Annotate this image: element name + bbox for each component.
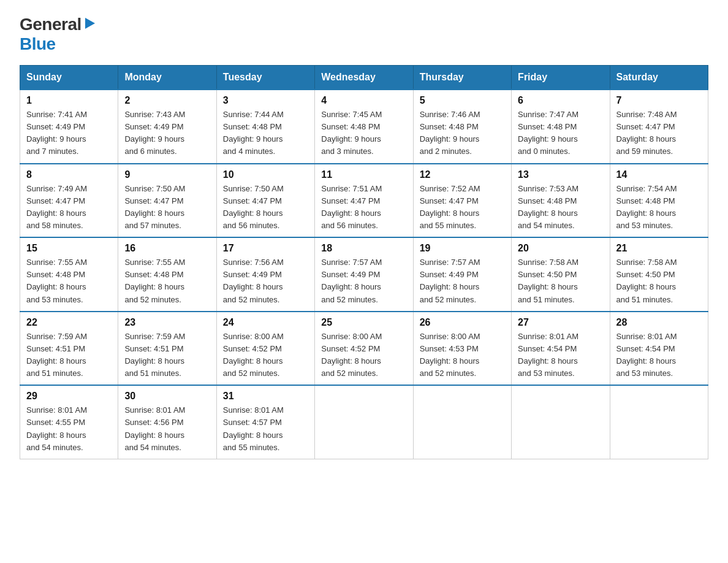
day-info: Sunrise: 7:53 AMSunset: 4:48 PMDaylight:…: [518, 183, 603, 232]
calendar-cell: 19 Sunrise: 7:57 AMSunset: 4:49 PMDaylig…: [413, 237, 511, 312]
calendar-header-sunday: Sunday: [20, 66, 118, 90]
calendar-header-wednesday: Wednesday: [315, 66, 413, 90]
calendar-cell: 29 Sunrise: 8:01 AMSunset: 4:55 PMDaylig…: [20, 385, 118, 459]
day-info: Sunrise: 7:49 AMSunset: 4:47 PMDaylight:…: [26, 183, 112, 232]
day-info: Sunrise: 7:54 AMSunset: 4:48 PMDaylight:…: [616, 183, 702, 232]
calendar-cell: 5 Sunrise: 7:46 AMSunset: 4:48 PMDayligh…: [413, 90, 511, 164]
day-number: 7: [616, 95, 702, 106]
day-info: Sunrise: 7:45 AMSunset: 4:48 PMDaylight:…: [321, 109, 406, 158]
calendar-cell: 1 Sunrise: 7:41 AMSunset: 4:49 PMDayligh…: [20, 90, 118, 164]
day-number: 14: [616, 169, 702, 180]
day-info: Sunrise: 7:50 AMSunset: 4:47 PMDaylight:…: [223, 183, 308, 232]
day-number: 30: [124, 391, 210, 402]
calendar-cell: [413, 385, 511, 459]
day-info: Sunrise: 7:55 AMSunset: 4:48 PMDaylight:…: [124, 256, 210, 306]
day-info: Sunrise: 7:47 AMSunset: 4:48 PMDaylight:…: [518, 109, 603, 158]
day-info: Sunrise: 7:58 AMSunset: 4:50 PMDaylight:…: [616, 256, 702, 306]
day-number: 27: [518, 317, 603, 328]
day-info: Sunrise: 8:01 AMSunset: 4:55 PMDaylight:…: [26, 404, 112, 454]
day-number: 17: [223, 243, 308, 254]
calendar-cell: [512, 385, 610, 459]
calendar-cell: 23 Sunrise: 7:59 AMSunset: 4:51 PMDaylig…: [118, 312, 216, 386]
calendar-cell: 10 Sunrise: 7:50 AMSunset: 4:47 PMDaylig…: [216, 164, 314, 238]
day-info: Sunrise: 8:00 AMSunset: 4:52 PMDaylight:…: [321, 331, 406, 380]
day-info: Sunrise: 7:43 AMSunset: 4:49 PMDaylight:…: [124, 109, 210, 158]
calendar-header-monday: Monday: [118, 66, 216, 90]
logo-triangle-icon: [83, 17, 96, 30]
day-info: Sunrise: 7:56 AMSunset: 4:49 PMDaylight:…: [223, 256, 308, 306]
day-number: 3: [223, 95, 308, 106]
calendar-cell: 11 Sunrise: 7:51 AMSunset: 4:47 PMDaylig…: [315, 164, 413, 238]
calendar-week-row: 22 Sunrise: 7:59 AMSunset: 4:51 PMDaylig…: [20, 312, 708, 386]
day-number: 22: [26, 317, 112, 328]
calendar-cell: 20 Sunrise: 7:58 AMSunset: 4:50 PMDaylig…: [512, 237, 610, 312]
day-info: Sunrise: 8:01 AMSunset: 4:57 PMDaylight:…: [223, 404, 308, 454]
calendar-cell: 27 Sunrise: 8:01 AMSunset: 4:54 PMDaylig…: [512, 312, 610, 386]
calendar-table: SundayMondayTuesdayWednesdayThursdayFrid…: [20, 65, 708, 459]
calendar-cell: 6 Sunrise: 7:47 AMSunset: 4:48 PMDayligh…: [512, 90, 610, 164]
calendar-cell: 15 Sunrise: 7:55 AMSunset: 4:48 PMDaylig…: [20, 237, 118, 312]
calendar-cell: 14 Sunrise: 7:54 AMSunset: 4:48 PMDaylig…: [610, 164, 708, 238]
day-info: Sunrise: 7:58 AMSunset: 4:50 PMDaylight:…: [518, 256, 603, 306]
calendar-cell: 18 Sunrise: 7:57 AMSunset: 4:49 PMDaylig…: [315, 237, 413, 312]
day-info: Sunrise: 7:46 AMSunset: 4:48 PMDaylight:…: [420, 109, 505, 158]
day-info: Sunrise: 8:01 AMSunset: 4:54 PMDaylight:…: [616, 331, 702, 380]
day-info: Sunrise: 7:59 AMSunset: 4:51 PMDaylight:…: [124, 331, 210, 380]
day-number: 18: [321, 243, 406, 254]
calendar-cell: 8 Sunrise: 7:49 AMSunset: 4:47 PMDayligh…: [20, 164, 118, 238]
calendar-cell: 4 Sunrise: 7:45 AMSunset: 4:48 PMDayligh…: [315, 90, 413, 164]
calendar-cell: 3 Sunrise: 7:44 AMSunset: 4:48 PMDayligh…: [216, 90, 314, 164]
calendar-cell: 24 Sunrise: 8:00 AMSunset: 4:52 PMDaylig…: [216, 312, 314, 386]
logo-general-text: General: [20, 15, 82, 34]
calendar-header-thursday: Thursday: [413, 66, 511, 90]
day-number: 10: [223, 169, 308, 180]
calendar-cell: 25 Sunrise: 8:00 AMSunset: 4:52 PMDaylig…: [315, 312, 413, 386]
day-number: 4: [321, 95, 406, 106]
day-number: 1: [26, 95, 112, 106]
day-number: 21: [616, 243, 702, 254]
day-number: 19: [420, 243, 505, 254]
day-info: Sunrise: 8:01 AMSunset: 4:54 PMDaylight:…: [518, 331, 603, 380]
day-info: Sunrise: 7:57 AMSunset: 4:49 PMDaylight:…: [321, 256, 406, 306]
day-number: 13: [518, 169, 603, 180]
calendar-week-row: 8 Sunrise: 7:49 AMSunset: 4:47 PMDayligh…: [20, 164, 708, 238]
header: General Blue: [20, 15, 708, 54]
calendar-cell: 21 Sunrise: 7:58 AMSunset: 4:50 PMDaylig…: [610, 237, 708, 312]
calendar-cell: 28 Sunrise: 8:01 AMSunset: 4:54 PMDaylig…: [610, 312, 708, 386]
day-number: 8: [26, 169, 112, 180]
day-number: 2: [124, 95, 210, 106]
day-number: 5: [420, 95, 505, 106]
calendar-cell: 17 Sunrise: 7:56 AMSunset: 4:49 PMDaylig…: [216, 237, 314, 312]
day-number: 29: [26, 391, 112, 402]
calendar-header-friday: Friday: [512, 66, 610, 90]
day-number: 15: [26, 243, 112, 254]
day-info: Sunrise: 7:51 AMSunset: 4:47 PMDaylight:…: [321, 183, 406, 232]
calendar-cell: 2 Sunrise: 7:43 AMSunset: 4:49 PMDayligh…: [118, 90, 216, 164]
calendar-header-saturday: Saturday: [610, 66, 708, 90]
day-info: Sunrise: 7:44 AMSunset: 4:48 PMDaylight:…: [223, 109, 308, 158]
calendar-cell: [610, 385, 708, 459]
day-info: Sunrise: 7:59 AMSunset: 4:51 PMDaylight:…: [26, 331, 112, 380]
calendar-cell: 7 Sunrise: 7:48 AMSunset: 4:47 PMDayligh…: [610, 90, 708, 164]
day-number: 26: [420, 317, 505, 328]
day-number: 20: [518, 243, 603, 254]
logo: General Blue: [20, 15, 96, 54]
day-number: 6: [518, 95, 603, 106]
day-info: Sunrise: 7:52 AMSunset: 4:47 PMDaylight:…: [420, 183, 505, 232]
calendar-cell: 22 Sunrise: 7:59 AMSunset: 4:51 PMDaylig…: [20, 312, 118, 386]
day-info: Sunrise: 7:55 AMSunset: 4:48 PMDaylight:…: [26, 256, 112, 306]
logo-blue-text: Blue: [20, 34, 56, 53]
calendar-cell: 13 Sunrise: 7:53 AMSunset: 4:48 PMDaylig…: [512, 164, 610, 238]
day-number: 11: [321, 169, 406, 180]
calendar-header-row: SundayMondayTuesdayWednesdayThursdayFrid…: [20, 66, 708, 90]
calendar-cell: 31 Sunrise: 8:01 AMSunset: 4:57 PMDaylig…: [216, 385, 314, 459]
calendar-cell: 9 Sunrise: 7:50 AMSunset: 4:47 PMDayligh…: [118, 164, 216, 238]
day-number: 24: [223, 317, 308, 328]
day-number: 16: [124, 243, 210, 254]
day-number: 23: [124, 317, 210, 328]
day-number: 28: [616, 317, 702, 328]
day-info: Sunrise: 7:57 AMSunset: 4:49 PMDaylight:…: [420, 256, 505, 306]
calendar-week-row: 15 Sunrise: 7:55 AMSunset: 4:48 PMDaylig…: [20, 237, 708, 312]
day-number: 31: [223, 391, 308, 402]
day-number: 12: [420, 169, 505, 180]
